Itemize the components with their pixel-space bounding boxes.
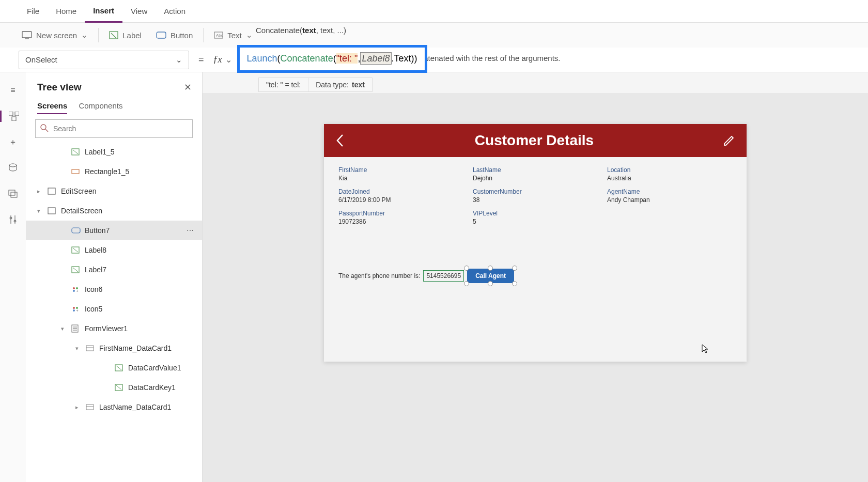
svg-rect-12	[11, 192, 17, 197]
tree-item-lastname_datacard1[interactable]: ▸LastName_DataCard1	[26, 397, 202, 417]
tree-item-label8[interactable]: Label8	[26, 240, 202, 260]
svg-rect-11	[9, 190, 15, 195]
advanced-icon[interactable]	[7, 214, 19, 225]
tree-item-datacardkey1[interactable]: DataCardKey1	[26, 378, 202, 397]
tree-item-editscreen[interactable]: ▸EditScreen	[26, 181, 202, 201]
label-icon	[115, 364, 124, 371]
tree-item-datacardvalue1[interactable]: DataCardValue1	[26, 358, 202, 378]
app-title: Customer Details	[475, 132, 594, 149]
field-label: FirstName	[338, 166, 463, 174]
insert-button-button[interactable]: Button	[149, 23, 200, 48]
new-screen-button[interactable]: New screen ⌄	[14, 23, 95, 48]
tab-components[interactable]: Components	[79, 101, 122, 114]
screen-icon	[22, 31, 32, 39]
chevron-icon: ▾	[37, 208, 43, 214]
menu-insert[interactable]: Insert	[85, 0, 122, 23]
separator	[203, 28, 204, 42]
token-concatenate: Concatenate	[281, 53, 333, 64]
menu-file[interactable]: File	[19, 0, 48, 23]
tree-view-icon[interactable]	[0, 111, 26, 122]
tree-list[interactable]: Label1_5Rectangle1_5▸EditScreen▾DetailSc…	[26, 142, 202, 473]
menu-view[interactable]: View	[122, 0, 156, 23]
tree-item-label: DataCardValue1	[128, 364, 181, 372]
tree-item-rectangle1_5[interactable]: Rectangle1_5	[26, 162, 202, 181]
field-value: 19072386	[338, 218, 463, 225]
insert-icon[interactable]: ＋	[7, 136, 19, 148]
field-label: CustomerNumber	[473, 188, 598, 195]
field-label: VIPLevel	[473, 210, 598, 217]
new-screen-label: New screen	[36, 31, 77, 40]
svg-rect-47	[86, 405, 94, 410]
cursor-icon	[701, 344, 709, 354]
menu-home[interactable]: Home	[48, 0, 85, 23]
tree-item-label: LastName_DataCard1	[99, 403, 171, 411]
edit-icon[interactable]	[723, 134, 735, 147]
field-value: Andy Champan	[607, 196, 732, 204]
svg-point-10	[9, 164, 17, 167]
insert-label-button[interactable]: Label	[102, 23, 149, 48]
close-icon[interactable]: ✕	[184, 82, 192, 93]
back-icon[interactable]	[335, 133, 346, 148]
screen-icon	[48, 207, 57, 214]
svg-line-20	[73, 150, 78, 154]
tree-item-firstname_datacard1[interactable]: ▾FirstName_DataCard1	[26, 338, 202, 358]
hamburger-icon[interactable]: ≡	[7, 85, 19, 96]
app-screen: Customer Details FirstNameKia LastNameDe…	[324, 124, 747, 362]
tree-item-button7[interactable]: Button7⋯	[26, 221, 202, 240]
formula-result-hint: "tel: " = tel: Data type: text	[258, 77, 373, 92]
svg-rect-7	[9, 112, 13, 116]
tree-view-panel: Tree view ✕ Screens Components Label1_5R…	[26, 72, 203, 482]
token-identifier: Label8	[360, 53, 391, 64]
search-icon	[40, 124, 49, 132]
insert-text-button[interactable]: Abc Text ⌄	[207, 23, 260, 48]
text-icon: Abc	[214, 32, 223, 39]
tree-item-label7[interactable]: Label7	[26, 260, 202, 279]
tab-screens[interactable]: Screens	[37, 101, 67, 114]
agent-phone-value: 5145526695	[423, 270, 464, 282]
svg-rect-41	[86, 346, 94, 351]
svg-rect-21	[72, 169, 79, 174]
tree-item-label: Icon6	[85, 285, 102, 293]
tree-item-icon6[interactable]: +Icon6	[26, 279, 202, 299]
tree-item-icon5[interactable]: +Icon5	[26, 299, 202, 319]
svg-rect-23	[48, 208, 55, 214]
media-icon[interactable]	[7, 188, 19, 199]
field-label: PassportNumber	[338, 210, 463, 217]
chevron-down-icon[interactable]: ⌄	[225, 55, 232, 65]
form-icon	[71, 324, 81, 333]
fx-icon[interactable]: ƒx	[213, 54, 222, 65]
svg-point-33	[73, 307, 75, 309]
separator	[98, 28, 99, 42]
chevron-icon: ▸	[75, 404, 82, 411]
svg-line-28	[73, 268, 78, 272]
tree-item-label: Label1_5	[85, 148, 115, 156]
label-icon	[71, 246, 81, 254]
menu-action[interactable]: Action	[156, 0, 194, 23]
card-icon	[86, 345, 95, 351]
tree-item-label1_5[interactable]: Label1_5	[26, 142, 202, 162]
tree-item-label: DetailScreen	[61, 207, 102, 215]
rect-icon	[71, 168, 81, 175]
hint-value: "tel: " = tel:	[259, 78, 308, 91]
property-selector[interactable]: OnSelect ⌄	[19, 51, 189, 69]
data-icon[interactable]	[7, 162, 19, 174]
insert-label-text: Label	[122, 31, 142, 40]
agent-row: The agent's phone number is: 5145526695 …	[338, 269, 514, 283]
svg-line-44	[116, 366, 121, 370]
icon-icon: +	[71, 305, 81, 313]
svg-line-46	[116, 385, 121, 390]
formula-input[interactable]: Launch(Concatenate("tel: ", Label8.Text)…	[237, 49, 868, 71]
tree-item-label: EditScreen	[61, 187, 96, 195]
svg-rect-2	[110, 32, 118, 39]
tree-item-formviewer1[interactable]: ▾FormViewer1	[26, 319, 202, 338]
more-icon[interactable]: ⋯	[187, 226, 195, 235]
svg-rect-0	[22, 32, 32, 38]
intellisense-tooltip: Concatenate(text, text, ...)	[256, 26, 346, 35]
label-icon	[109, 31, 118, 39]
search-input[interactable]	[35, 119, 193, 138]
card-icon	[86, 404, 95, 410]
button-icon	[156, 32, 166, 39]
label-icon	[115, 384, 124, 391]
chevron-down-icon: ⌄	[81, 30, 88, 40]
tree-item-detailscreen[interactable]: ▾DetailScreen	[26, 201, 202, 221]
